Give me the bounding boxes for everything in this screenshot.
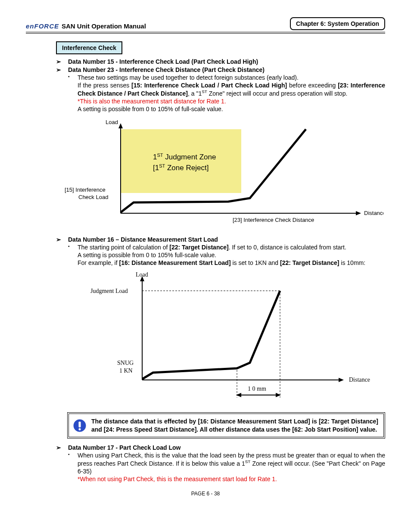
bullet-dn23: Data Number 23 - Interference Check Dist… bbox=[56, 66, 385, 74]
svg-rect-9 bbox=[78, 421, 81, 427]
chart1-xlabel: Distance bbox=[364, 210, 383, 216]
page-number: PAGE 6 - 38 bbox=[26, 491, 385, 498]
section-title-box: Interference Check bbox=[56, 41, 122, 54]
text: These two settings may be used together … bbox=[78, 74, 299, 81]
chart1-ymark1: [15] Interference bbox=[65, 187, 106, 193]
chart2-10mm: 1 0 mm bbox=[248, 386, 266, 392]
chart2-curve bbox=[142, 291, 280, 379]
info-icon bbox=[72, 418, 87, 433]
body-text-2: A setting is possible from 0 to 105% of … bbox=[78, 105, 385, 113]
brand-title: enFORCE SAN Unit Operation Manual bbox=[26, 22, 146, 31]
bullet-dn16: Data Number 16 – Distance Measurement St… bbox=[56, 236, 385, 243]
chart1-ylabel: Load bbox=[106, 119, 118, 125]
chart2-svg: Load Distance Judgment Load SNUG 1 KN 1 … bbox=[73, 270, 375, 404]
arrow-left-icon bbox=[236, 393, 241, 397]
body-text-4: For example, if [16: Distance Measuremen… bbox=[78, 259, 385, 267]
manual-title: SAN Unit Operation Manual bbox=[62, 22, 146, 31]
chart2-snug: SNUG bbox=[117, 360, 134, 366]
bullet-sub-detect: These two settings may be used together … bbox=[68, 74, 385, 81]
bullet-sub-start: The starting point of calculation of [22… bbox=[68, 243, 385, 251]
arrow-right-icon bbox=[356, 211, 361, 215]
chart2-xlabel: Distance bbox=[349, 376, 370, 383]
chart-1-judgment-zone: Load Distance [15] Interference Check Lo… bbox=[47, 116, 385, 230]
chart-2-snug: Load Distance Judgment Load SNUG 1 KN 1 … bbox=[73, 270, 385, 405]
judgment-zone-rect bbox=[121, 129, 241, 193]
info-note-box: The distance data that is effected by [1… bbox=[67, 412, 385, 438]
note-text: The distance data that is effected by [1… bbox=[91, 418, 378, 432]
bullet-dn15: Data Number 15 - Interference Check Load… bbox=[56, 58, 385, 65]
warning-red-1: *This is also the measurement start dist… bbox=[78, 97, 385, 105]
brand-logo: enFORCE bbox=[26, 22, 59, 31]
chart1-ymark2: Check Load bbox=[78, 194, 108, 200]
bullet-sub-partcheck: When using Part Check, this is the value… bbox=[68, 451, 385, 475]
arrow-right-icon bbox=[339, 378, 344, 382]
page-header: enFORCE SAN Unit Operation Manual Chapte… bbox=[26, 17, 385, 34]
bullet-dn17: Data Number 17 - Part Check Load Low bbox=[56, 444, 385, 451]
body-text-1: If the press senses [15: Interference Ch… bbox=[78, 81, 385, 97]
chart2-1kn: 1 KN bbox=[119, 367, 133, 374]
body-text-3: A setting is possible from 0 to 105% ful… bbox=[78, 251, 385, 259]
arrow-up-icon bbox=[118, 123, 123, 128]
chart2-judgment: Judgment Load bbox=[90, 288, 128, 294]
svg-point-10 bbox=[78, 428, 81, 430]
chart1-xmark: [23] Interference Check Distance bbox=[233, 217, 314, 223]
chart1-svg: Load Distance [15] Interference Check Lo… bbox=[47, 116, 383, 228]
chapter-box: Chapter 6: System Operation bbox=[290, 17, 385, 30]
warning-red-2: *When not using Part Check, this is the … bbox=[78, 475, 385, 483]
